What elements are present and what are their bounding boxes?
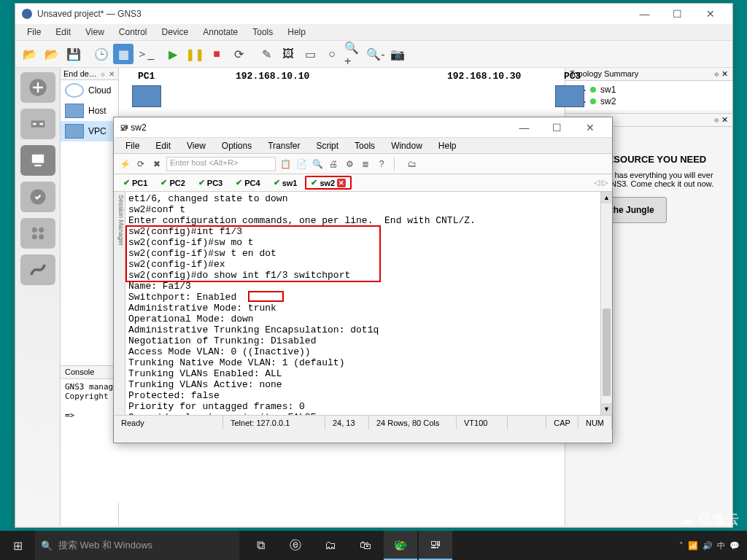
- scroll-up-icon[interactable]: ▲: [601, 192, 612, 203]
- zoomout-icon[interactable]: 🔍-: [365, 44, 386, 64]
- news-controls-icon[interactable]: ⟐ ✕: [714, 115, 728, 125]
- menu-device[interactable]: Device: [156, 26, 195, 39]
- taskbar-search[interactable]: 🔍 搜索 Web 和 Windows: [35, 531, 239, 560]
- topo-item-sw1[interactable]: ▸sw1: [570, 84, 728, 96]
- tray-ime-icon[interactable]: 中: [717, 540, 725, 551]
- paste-icon[interactable]: 📄: [295, 158, 308, 171]
- tray-notifications-icon[interactable]: 💬: [729, 541, 740, 551]
- terminal-scrollbar[interactable]: ▲ ▼: [600, 192, 612, 415]
- security-category-icon[interactable]: [20, 182, 55, 212]
- tray-up-icon[interactable]: ˄: [679, 541, 684, 551]
- term-menu-script[interactable]: Script: [309, 139, 346, 152]
- term-menu-tools[interactable]: Tools: [347, 139, 382, 152]
- print-icon[interactable]: 🖨: [327, 158, 340, 171]
- screenshot-icon[interactable]: 📷: [387, 44, 408, 64]
- scroll-thumb[interactable]: [603, 308, 611, 396]
- menu-edit[interactable]: Edit: [50, 26, 77, 39]
- open2-icon[interactable]: 📂: [42, 44, 62, 64]
- tab-scroll-icon[interactable]: ◁ ▷: [594, 178, 608, 187]
- rect-icon[interactable]: ▭: [300, 44, 320, 64]
- menu-file[interactable]: File: [21, 26, 47, 39]
- note-icon[interactable]: ✎: [256, 44, 276, 64]
- save-icon[interactable]: 💾: [63, 44, 84, 64]
- copy-icon[interactable]: 📋: [279, 158, 292, 171]
- menu-control[interactable]: Control: [113, 26, 153, 39]
- help-icon[interactable]: ?: [375, 158, 388, 171]
- close-button[interactable]: ✕: [694, 4, 727, 24]
- play-icon[interactable]: ▶: [163, 44, 183, 64]
- switch-category-icon[interactable]: [20, 109, 55, 139]
- grid-icon[interactable]: ▦: [113, 44, 133, 64]
- term-menu-file[interactable]: File: [118, 139, 147, 152]
- term-menu-options[interactable]: Options: [214, 139, 259, 152]
- canvas-node-pc1[interactable]: [132, 85, 161, 107]
- tab-close-icon[interactable]: ✕: [337, 179, 346, 187]
- find-icon[interactable]: 🔍: [311, 158, 324, 171]
- disconnect-icon[interactable]: ✖: [150, 158, 163, 171]
- canvas-node-pc3[interactable]: [555, 85, 584, 107]
- tab-pc3[interactable]: ✔PC3: [193, 176, 228, 189]
- open-icon[interactable]: 📂: [20, 44, 40, 64]
- term-menu-transfer[interactable]: Transfer: [260, 139, 307, 152]
- device-vpc[interactable]: VPC: [61, 121, 118, 141]
- start-button[interactable]: ⊞: [0, 531, 35, 560]
- term-menu-window[interactable]: Window: [384, 139, 430, 152]
- tab-pc2[interactable]: ✔PC2: [155, 176, 190, 189]
- panel-controls-icon[interactable]: ⟐ ✕: [101, 70, 115, 78]
- maximize-button[interactable]: ☐: [661, 4, 694, 24]
- tab-pc1[interactable]: ✔PC1: [118, 176, 152, 189]
- menu-help[interactable]: Help: [282, 26, 311, 39]
- settings-icon[interactable]: ⚙: [343, 158, 356, 171]
- session-icon[interactable]: 🗂: [406, 158, 419, 171]
- stop-icon[interactable]: ■: [206, 44, 227, 64]
- terminal-output[interactable]: et1/6, changed state to down sw2#conf t …: [125, 192, 600, 415]
- gns3-titlebar[interactable]: Unsaved project* — GNS3 — ☐ ✕: [15, 4, 732, 24]
- terminal-task-icon[interactable]: 🖳: [419, 531, 452, 560]
- pause-icon[interactable]: ❚❚: [185, 44, 205, 64]
- term-maximize-button[interactable]: ☐: [541, 117, 573, 138]
- host-input[interactable]: Enter host <Alt+R>: [166, 157, 276, 171]
- tray-volume-icon[interactable]: 🔊: [703, 541, 713, 551]
- term-close-button[interactable]: ✕: [573, 117, 606, 138]
- tab-sw2[interactable]: ✔sw2✕: [305, 176, 352, 190]
- scroll-down-icon[interactable]: ▼: [601, 403, 612, 415]
- console-icon[interactable]: ＞_: [135, 44, 155, 64]
- router-category-icon[interactable]: [20, 72, 55, 103]
- taskview-icon[interactable]: ⧉: [244, 531, 277, 560]
- terminal-titlebar[interactable]: 🖳 sw2 — ☐ ✕: [114, 117, 612, 138]
- session-manager-label[interactable]: Session Manager: [114, 192, 125, 415]
- topo-item-sw2[interactable]: ▸sw2: [570, 96, 728, 107]
- topo-controls-icon[interactable]: ⟐ ✕: [714, 69, 728, 79]
- device-cloud[interactable]: Cloud: [61, 80, 118, 101]
- enddevice-category-icon[interactable]: [20, 145, 55, 176]
- zoomin-icon[interactable]: 🔍+: [344, 44, 364, 64]
- tab-pc4[interactable]: ✔PC4: [231, 176, 265, 189]
- term-minimize-button[interactable]: —: [508, 117, 541, 138]
- options-icon[interactable]: ≣: [359, 158, 372, 171]
- store-icon[interactable]: 🛍: [349, 531, 382, 560]
- reload-icon[interactable]: ⟳: [228, 44, 249, 64]
- ellipse-icon[interactable]: ○: [322, 44, 342, 64]
- link-category-icon[interactable]: [20, 254, 55, 285]
- menu-annotate[interactable]: Annotate: [197, 26, 244, 39]
- gns3-task-icon[interactable]: 🐲: [384, 531, 417, 560]
- image-icon[interactable]: 🖼: [278, 44, 298, 64]
- edge-icon[interactable]: ⓔ: [279, 531, 312, 560]
- system-tray[interactable]: ˄ 📶 🔊 中 💬: [672, 540, 747, 551]
- tab-sw1[interactable]: ✔sw1: [268, 176, 303, 189]
- quick-connect-icon[interactable]: ⚡: [118, 158, 131, 171]
- explorer-icon[interactable]: 🗂: [314, 531, 347, 560]
- topology-summary-title[interactable]: Topology Summary ⟐ ✕: [565, 68, 732, 81]
- term-menu-view[interactable]: View: [179, 139, 213, 152]
- device-list-title[interactable]: End de… ⟐ ✕: [61, 68, 118, 80]
- device-host[interactable]: Host: [61, 101, 118, 121]
- tray-network-icon[interactable]: 📶: [688, 541, 698, 551]
- minimize-button[interactable]: —: [628, 4, 661, 24]
- term-menu-help[interactable]: Help: [431, 139, 464, 152]
- all-category-icon[interactable]: [20, 218, 55, 249]
- clock-icon[interactable]: 🕒: [91, 44, 112, 64]
- menu-tools[interactable]: Tools: [247, 26, 279, 39]
- menu-view[interactable]: View: [80, 26, 110, 39]
- term-menu-edit[interactable]: Edit: [148, 139, 178, 152]
- reconnect-icon[interactable]: ⟳: [134, 158, 147, 171]
